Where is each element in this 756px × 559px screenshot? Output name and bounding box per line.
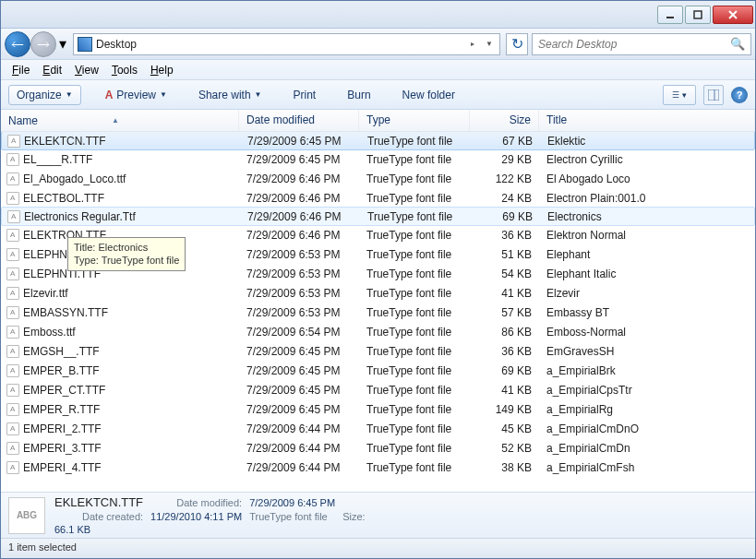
file-name: EMPER_B.TTF [23, 364, 100, 377]
search-input[interactable] [538, 38, 730, 51]
file-row[interactable]: EMBASSYN.TTF7/29/2009 6:53 PMTrueType fo… [1, 303, 755, 322]
view-mode-button[interactable]: ☰ ▾ [663, 85, 696, 105]
file-type: TrueType font file [359, 306, 470, 319]
file-size: 36 KB [470, 345, 539, 358]
minimize-button[interactable] [657, 6, 683, 24]
file-type: TrueType font file [359, 384, 470, 397]
details-created-value: 11/29/2010 4:11 PM [150, 511, 242, 522]
preview-button[interactable]: APreview▼ [98, 86, 174, 104]
file-row[interactable]: EL____R.TTF7/29/2009 6:45 PMTrueType fon… [1, 149, 755, 169]
file-row[interactable]: EMPERI_2.TTF7/29/2009 6:44 PMTrueType fo… [1, 419, 755, 438]
file-date: 7/29/2009 6:53 PM [239, 268, 359, 280]
help-button[interactable]: ? [731, 87, 748, 103]
nav-history-dropdown[interactable]: ▾ [56, 33, 69, 55]
tooltip-line2: Type: TrueType font file [74, 254, 179, 267]
file-row[interactable]: ELECTBOL.TTF7/29/2009 6:46 PMTrueType fo… [1, 188, 755, 208]
font-file-icon [6, 306, 19, 319]
file-row[interactable]: Elzevir.ttf7/29/2009 6:53 PMTrueType fon… [1, 283, 755, 303]
file-title: a_EmpirialCmDn [539, 442, 755, 455]
details-size-value: 66.1 KB [54, 524, 143, 535]
address-dropdown-icon[interactable]: ▼ [483, 40, 496, 48]
file-row[interactable]: Electronics Regular.Ttf7/29/2009 6:46 PM… [1, 207, 755, 226]
organize-button[interactable]: Organize▼ [8, 85, 81, 105]
file-type: TrueType font file [359, 326, 470, 339]
file-row[interactable]: EMPERI_4.TTF7/29/2009 6:44 PMTrueType fo… [1, 458, 755, 477]
burn-button[interactable]: Burn [340, 86, 378, 104]
file-date: 7/29/2009 6:53 PM [239, 287, 359, 300]
sort-indicator-icon: ▲ [112, 116, 119, 125]
file-date: 7/29/2009 6:54 PM [239, 326, 359, 339]
file-title: Electron Cyrillic [539, 153, 755, 166]
header-title[interactable]: Title [539, 110, 755, 131]
content-area: Name▲ Date modified Type Size Title EKLE… [1, 110, 755, 492]
file-title: Electronics [540, 210, 754, 223]
column-headers: Name▲ Date modified Type Size Title [1, 110, 755, 132]
file-row[interactable]: EMPER_CT.TTF7/29/2009 6:45 PMTrueType fo… [1, 380, 755, 399]
file-size: 29 KB [470, 153, 539, 166]
file-row[interactable]: EMPER_B.TTF7/29/2009 6:45 PMTrueType fon… [1, 361, 755, 380]
font-file-icon [6, 364, 19, 377]
search-icon[interactable]: 🔍 [730, 37, 745, 51]
font-file-icon [6, 248, 19, 261]
menu-view[interactable]: View [69, 62, 104, 78]
close-button[interactable] [713, 6, 753, 24]
tooltip: Title: Electronics Type: TrueType font f… [67, 237, 186, 271]
menu-tools[interactable]: Tools [106, 62, 143, 78]
file-row[interactable]: Emboss.ttf7/29/2009 6:54 PMTrueType font… [1, 322, 755, 341]
file-title: Elephant [539, 248, 755, 261]
file-title: Elektron Normal [539, 229, 755, 242]
font-file-icon [7, 210, 20, 223]
svg-rect-1 [694, 11, 702, 18]
file-size: 122 KB [470, 172, 539, 185]
file-date: 7/29/2009 6:45 PM [239, 403, 359, 416]
back-button[interactable]: 🡐 [5, 31, 30, 57]
refresh-button[interactable]: ↻ [506, 33, 528, 55]
details-filename: EKLEKTCN.TTF [54, 495, 143, 509]
file-row[interactable]: EKLEKTCN.TTF7/29/2009 6:45 PMTrueType fo… [1, 131, 755, 150]
file-date: 7/29/2009 6:46 PM [240, 210, 360, 223]
file-date: 7/29/2009 6:44 PM [239, 442, 359, 455]
file-row[interactable]: EMPERI_3.TTF7/29/2009 6:44 PMTrueType fo… [1, 438, 755, 458]
file-name: EL____R.TTF [23, 153, 92, 166]
file-name: EMBASSYN.TTF [23, 306, 108, 319]
font-file-icon [6, 345, 19, 358]
file-name: EKLEKTCN.TTF [24, 135, 106, 148]
breadcrumb-chevron-icon[interactable]: ▸ [466, 40, 479, 48]
file-type: TrueType font file [360, 135, 471, 148]
forward-button[interactable]: 🡒 [30, 31, 56, 57]
file-title: Electron Plain:001.0 [539, 192, 755, 205]
file-row[interactable]: EMPER_R.TTF7/29/2009 6:45 PMTrueType fon… [1, 399, 755, 419]
search-box[interactable]: 🔍 [532, 33, 751, 55]
share-button[interactable]: Share with▼ [191, 86, 270, 104]
file-name: ELECTBOL.TTF [23, 192, 104, 205]
file-type: TrueType font file [359, 403, 470, 416]
file-row[interactable]: EMGSH__.TTF7/29/2009 6:45 PMTrueType fon… [1, 341, 755, 361]
header-size[interactable]: Size [470, 110, 539, 131]
file-list[interactable]: Name▲ Date modified Type Size Title EKLE… [1, 110, 755, 492]
file-size: 69 KB [470, 364, 539, 377]
font-file-icon [6, 403, 19, 416]
font-file-icon [6, 461, 19, 474]
svg-rect-4 [708, 89, 719, 101]
header-date[interactable]: Date modified [239, 110, 359, 131]
file-date: 7/29/2009 6:44 PM [239, 461, 359, 474]
header-type[interactable]: Type [359, 110, 470, 131]
file-name: EMPER_CT.TTF [23, 384, 105, 397]
new-folder-button[interactable]: New folder [395, 86, 462, 104]
address-bar[interactable]: Desktop ▸ ▼ [73, 33, 500, 55]
file-name: EMPERI_2.TTF [23, 422, 102, 435]
header-name[interactable]: Name▲ [1, 110, 239, 131]
preview-pane-button[interactable] [703, 85, 724, 105]
menu-file[interactable]: File [6, 62, 35, 78]
file-name: Electronics Regular.Ttf [24, 210, 136, 223]
nav-bar: 🡐 🡒 ▾ Desktop ▸ ▼ ↻ 🔍 [1, 29, 755, 60]
file-size: 45 KB [470, 422, 539, 435]
file-row[interactable]: El_Abogado_Loco.ttf7/29/2009 6:46 PMTrue… [1, 169, 755, 188]
font-file-icon [6, 384, 19, 397]
file-type: TrueType font file [359, 248, 470, 261]
menu-edit[interactable]: Edit [37, 62, 67, 78]
print-button[interactable]: Print [286, 86, 324, 104]
menu-help[interactable]: Help [145, 62, 179, 78]
maximize-button[interactable] [685, 6, 711, 24]
file-type: TrueType font file [359, 287, 470, 300]
